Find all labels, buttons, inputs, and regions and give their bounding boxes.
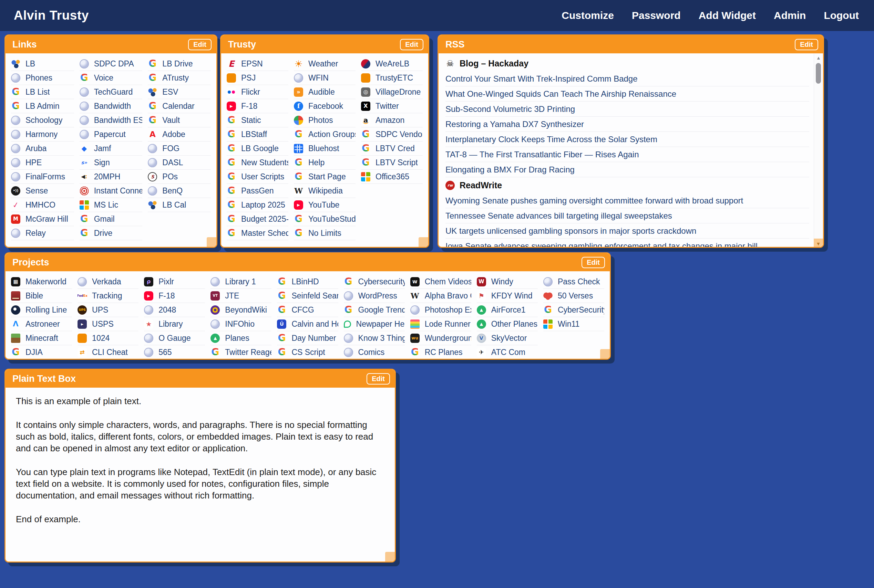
link-item[interactable]: HPE xyxy=(11,156,74,170)
link-item[interactable]: Harmony xyxy=(11,128,74,141)
link-item[interactable]: ◀:20MPH xyxy=(80,170,143,184)
link-item[interactable]: Photoshop Express xyxy=(410,303,471,317)
nav-item-admin[interactable]: Admin xyxy=(774,10,806,21)
link-item[interactable]: GYouTubeStudeio xyxy=(294,212,355,226)
link-item[interactable]: PSJ xyxy=(227,71,288,85)
link-item[interactable]: fFacebook xyxy=(294,99,355,113)
link-item[interactable]: GCybersecurity xyxy=(344,275,405,289)
rss-item[interactable]: Wyoming Senate pushes gaming oversight c… xyxy=(445,193,809,208)
link-item[interactable]: BenQ xyxy=(148,184,211,198)
link-item[interactable]: GStart Page xyxy=(294,170,355,184)
link-item[interactable]: GNo Limits xyxy=(294,226,355,240)
link-item[interactable]: GStatic xyxy=(227,113,288,128)
link-item[interactable]: ρPixlr xyxy=(144,275,205,289)
link-item[interactable]: INFOhio xyxy=(211,317,271,331)
rss-resize-handle[interactable]: ▼ xyxy=(814,238,823,248)
link-item[interactable]: GCS Script xyxy=(277,345,338,359)
link-item[interactable]: ⇄CLI Cheat xyxy=(78,345,138,359)
link-item[interactable]: 50 Verses xyxy=(543,289,604,303)
link-item[interactable]: Pass Check xyxy=(543,275,604,289)
link-item[interactable]: Library 1 xyxy=(211,275,271,289)
trusty-resize-handle[interactable] xyxy=(418,237,428,247)
link-item[interactable]: GUser Scripts xyxy=(227,170,288,184)
link-item[interactable]: GLB Admin xyxy=(11,99,74,113)
rss-item[interactable]: Sub-Second Volumetric 3D Printing xyxy=(445,102,809,117)
link-item[interactable]: MMcGraw Hill xyxy=(11,212,74,226)
link-item[interactable]: GLBinHD xyxy=(277,275,338,289)
link-item[interactable]: GGoogle Trends xyxy=(344,303,405,317)
link-item[interactable]: GSeinfeld Search xyxy=(277,289,338,303)
link-item[interactable]: Verkada xyxy=(78,275,138,289)
link-item[interactable]: FinalForms xyxy=(11,170,74,184)
link-item[interactable]: VSkyVector xyxy=(477,331,538,345)
rss-edit-button[interactable]: Edit xyxy=(795,39,818,50)
link-item[interactable]: GCyberSecurity xyxy=(543,303,604,317)
link-item[interactable]: GLBStaff xyxy=(227,128,288,141)
link-item[interactable]: Phones xyxy=(11,71,74,85)
rss-item[interactable]: Interplanetary Clock Keeps Time Across t… xyxy=(445,132,809,147)
link-item[interactable]: GLB Google xyxy=(227,141,288,156)
plain-text-resize-handle[interactable] xyxy=(385,552,395,561)
link-item[interactable]: SDPC DPA xyxy=(80,57,143,71)
scrollbar-thumb[interactable] xyxy=(816,63,821,84)
link-item[interactable]: ▶F-18 xyxy=(144,289,205,303)
link-item[interactable]: GHelp xyxy=(294,156,355,170)
link-item[interactable]: Office365 xyxy=(361,170,423,184)
link-item[interactable]: Instant Connect xyxy=(80,184,143,198)
rss-item[interactable]: Control Your Smart With Trek-Inspired Co… xyxy=(445,71,809,86)
link-item[interactable]: GLaptop 2025 xyxy=(227,198,288,212)
link-item[interactable]: WWindy xyxy=(477,275,538,289)
rss-item[interactable]: TAT-8 — The First Transatlantic Fiber — … xyxy=(445,147,809,162)
links-edit-button[interactable]: Edit xyxy=(188,39,212,50)
link-item[interactable]: Rolling Line xyxy=(11,303,72,317)
link-item[interactable]: ✓HMHCO xyxy=(11,198,74,212)
link-item[interactable]: GCFCG xyxy=(277,303,338,317)
link-item[interactable]: GVault xyxy=(148,113,211,128)
rss-item[interactable]: Tennessee Senate advances bill targeting… xyxy=(445,208,809,224)
link-item[interactable]: ◎VillageDrone xyxy=(361,85,423,99)
link-item[interactable]: ▲AirForce1 xyxy=(477,303,538,317)
link-item[interactable]: Bible xyxy=(11,289,72,303)
projects-edit-button[interactable]: Edit xyxy=(582,257,605,268)
link-item[interactable]: Lode Runner xyxy=(410,317,471,331)
link-item[interactable]: s»Sign xyxy=(80,156,143,170)
link-item[interactable]: GAction Groups xyxy=(294,128,355,141)
link-item[interactable]: Bandwidth xyxy=(80,99,143,113)
links-resize-handle[interactable] xyxy=(207,237,217,247)
link-item[interactable]: VTJTE xyxy=(211,289,271,303)
link-item[interactable]: Flickr xyxy=(227,85,288,99)
link-item[interactable]: aAmazon xyxy=(361,113,423,128)
link-item[interactable]: ◆Jamf xyxy=(80,141,143,156)
link-item[interactable]: WChem Videos xyxy=(410,275,471,289)
link-item[interactable]: SPOs xyxy=(148,170,211,184)
link-item[interactable]: ▶F-18 xyxy=(227,99,288,113)
link-item[interactable]: ✈ATC Com xyxy=(477,345,538,359)
rss-item[interactable]: Iowa Senate advances sweeping gambling e… xyxy=(445,238,809,248)
projects-resize-handle[interactable] xyxy=(600,349,610,359)
link-item[interactable]: Comics xyxy=(344,345,405,359)
link-item[interactable]: 1024 xyxy=(78,331,138,345)
link-item[interactable]: EEPSN xyxy=(227,57,288,71)
link-item[interactable]: UPSUPS xyxy=(78,303,138,317)
link-item[interactable]: Papercut xyxy=(80,128,143,141)
link-item[interactable]: XTwitter xyxy=(361,99,423,113)
link-item[interactable]: Bluehost xyxy=(294,141,355,156)
link-item[interactable]: GNew Students xyxy=(227,156,288,170)
link-item[interactable]: »Audible xyxy=(294,85,355,99)
link-item[interactable]: Photos xyxy=(294,113,355,128)
link-item[interactable]: LB xyxy=(11,57,74,71)
rss-scrollbar[interactable]: ▲ ▼ xyxy=(814,53,823,248)
link-item[interactable]: ▲Other Planes xyxy=(477,317,538,331)
link-item[interactable]: ΛAstroneer xyxy=(11,317,72,331)
link-item[interactable]: GTwitter Reagent xyxy=(211,345,271,359)
nav-item-logout[interactable]: Logout xyxy=(824,10,859,21)
link-item[interactable]: GGmail xyxy=(80,212,143,226)
link-item[interactable]: AAdobe xyxy=(148,128,211,141)
link-item[interactable]: GDay Number xyxy=(277,331,338,345)
link-item[interactable]: GLB Drive xyxy=(148,57,211,71)
link-item[interactable]: Relay xyxy=(11,226,74,240)
link-item[interactable]: GDrive xyxy=(80,226,143,240)
link-item[interactable]: ▲Planes xyxy=(211,331,271,345)
link-item[interactable]: GRC Planes xyxy=(410,345,471,359)
link-item[interactable]: ▸USPS xyxy=(78,317,138,331)
